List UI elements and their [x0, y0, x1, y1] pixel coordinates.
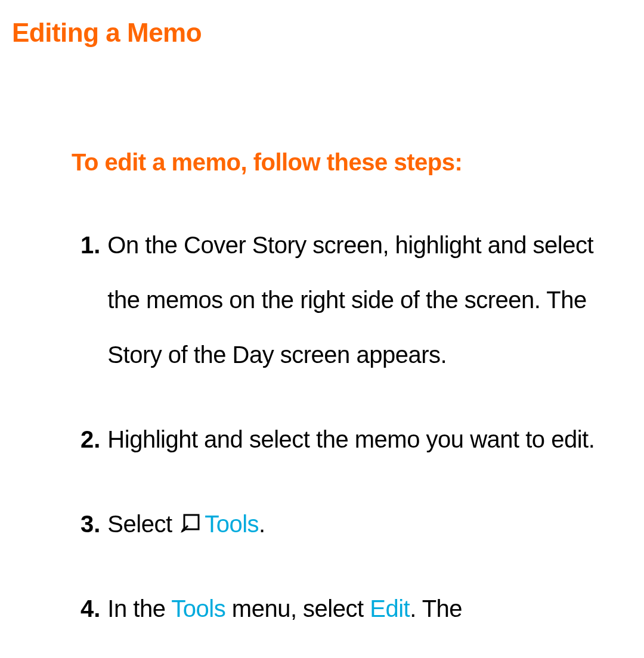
document-page: Editing a Memo To edit a memo, follow th… — [0, 0, 644, 636]
steps-list: 1. On the Cover Story screen, highlight … — [80, 218, 632, 636]
step3-post: . — [259, 511, 265, 537]
step-3: 3. Select Tools. — [80, 496, 614, 551]
step-text-2: Highlight and select the memo you want t… — [107, 412, 595, 467]
tools-link[interactable]: Tools — [205, 511, 259, 537]
step-text-1: On the Cover Story screen, highlight and… — [107, 218, 614, 382]
step-number-3: 3. — [80, 496, 100, 551]
edit-mention[interactable]: Edit — [370, 595, 410, 622]
step4-post: . The — [410, 595, 462, 622]
intro-text: To edit a memo, follow these steps: — [72, 149, 632, 176]
step-4: 4. In the Tools menu, select Edit. The — [80, 581, 614, 636]
step4-pre: In the — [107, 595, 171, 622]
page-title: Editing a Memo — [12, 18, 632, 48]
step-number-4: 4. — [80, 581, 100, 636]
tools-mention[interactable]: Tools — [171, 595, 225, 622]
tools-icon — [179, 513, 201, 534]
step-text-4: In the Tools menu, select Edit. The — [107, 581, 462, 636]
step4-mid: menu, select — [225, 595, 370, 622]
step3-pre: Select — [107, 511, 178, 537]
step-text-3: Select Tools. — [107, 496, 265, 551]
step-number-2: 2. — [80, 412, 100, 467]
step-number-1: 1. — [80, 218, 100, 382]
step-1: 1. On the Cover Story screen, highlight … — [80, 218, 614, 382]
step-2: 2. Highlight and select the memo you wan… — [80, 412, 614, 467]
